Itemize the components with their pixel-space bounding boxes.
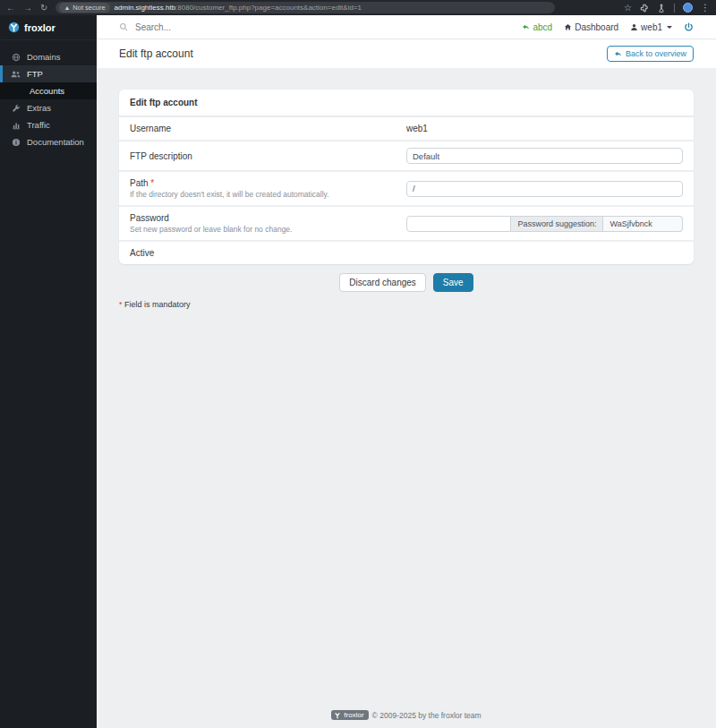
sidebar-item-ftp[interactable]: FTP: [0, 65, 97, 82]
profile-avatar[interactable]: [683, 3, 693, 13]
discard-changes-button[interactable]: Discard changes: [339, 273, 425, 292]
sidebar-item-label: Extras: [27, 103, 51, 113]
users-icon: [11, 70, 21, 79]
froxlor-brand[interactable]: froxlor: [0, 15, 97, 40]
reply-arrow-icon: [522, 23, 530, 31]
content-area: Edit ftp account Username web1 FTP descr…: [97, 68, 716, 728]
bar-chart-icon: [11, 121, 21, 130]
browser-forward-icon[interactable]: →: [23, 4, 32, 13]
required-asterisk: *: [150, 178, 154, 188]
back-button-label: Back to overview: [626, 49, 686, 58]
password-input-group: Password suggestion: WaSjfvbnck: [406, 216, 683, 232]
ftp-description-label: FTP description: [130, 151, 394, 161]
browser-toolbar: ← → ↻ ▲ Not secure admin.sightless.htb:8…: [0, 0, 716, 15]
password-suggestion-label: Password suggestion:: [511, 216, 603, 232]
person-icon: [630, 23, 638, 31]
page-footer: froxlor © 2009-2025 by the froxlor team: [97, 710, 716, 720]
sidebar: froxlor Domains FTP Accounts: [0, 15, 97, 728]
logout-power-icon[interactable]: [684, 22, 694, 32]
chevron-down-icon: [667, 26, 672, 29]
form-row-password: Password Set new password or leave blank…: [119, 207, 694, 242]
topbar: abcd Dashboard web1: [97, 15, 716, 39]
customer-link-label: abcd: [533, 22, 552, 32]
sidebar-item-label: Traffic: [27, 120, 50, 130]
url-text: admin.sightless.htb:8080/customer_ftp.ph…: [115, 4, 362, 12]
reply-arrow-icon: [614, 50, 622, 58]
froxlor-logo-icon: [8, 21, 20, 33]
form-row-active: Active: [119, 242, 694, 264]
address-bar[interactable]: ▲ Not secure admin.sightless.htb:8080/cu…: [55, 2, 555, 13]
card-title: Edit ftp account: [119, 90, 694, 117]
sidebar-item-label: Domains: [27, 52, 61, 62]
form-row-path: Path * If the directory doesn't exist, i…: [119, 172, 694, 207]
topbar-links: abcd Dashboard web1: [522, 22, 694, 32]
sidebar-item-extras[interactable]: Extras: [0, 99, 97, 116]
footer-copyright: © 2009-2025 by the froxlor team: [372, 711, 482, 720]
wrench-icon: [11, 104, 21, 113]
search-input[interactable]: [133, 21, 277, 33]
required-asterisk: *: [119, 300, 123, 309]
browser-actions: ☆ ⋮: [624, 3, 710, 13]
sidebar-item-domains[interactable]: Domains: [0, 48, 97, 65]
page-header: Edit ftp account Back to overview: [97, 39, 716, 68]
mandatory-note-text: Field is mandatory: [124, 300, 191, 309]
dashboard-link-label: Dashboard: [575, 22, 618, 32]
ftp-description-input[interactable]: [406, 148, 683, 164]
not-secure-label: Not secure: [72, 4, 105, 12]
info-icon: [11, 138, 21, 147]
main-area: abcd Dashboard web1 Edit ftp account: [97, 15, 716, 728]
froxlor-logo-icon: [334, 712, 341, 719]
password-hint: Set new password or leave blank for no c…: [130, 225, 394, 234]
sidebar-menu: Domains FTP Accounts Extras: [0, 40, 97, 150]
active-label: Active: [130, 248, 394, 258]
warning-icon: ▲: [64, 4, 70, 11]
not-secure-badge[interactable]: ▲ Not secure: [59, 3, 109, 13]
footer-brand-label: froxlor: [344, 711, 363, 719]
froxlor-footer-badge[interactable]: froxlor: [331, 710, 368, 720]
experiments-flask-icon[interactable]: [657, 4, 666, 13]
path-hint: If the directory doesn't exist, it will …: [130, 190, 394, 199]
customer-switch-link[interactable]: abcd: [522, 22, 552, 32]
dashboard-link[interactable]: Dashboard: [564, 22, 618, 32]
user-menu[interactable]: web1: [630, 22, 672, 32]
username-label: Username: [130, 124, 394, 133]
password-suggestion-value[interactable]: WaSjfvbnck: [603, 216, 683, 232]
toolbar-divider: [674, 4, 675, 13]
username-value: web1: [406, 124, 428, 133]
page-title: Edit ftp account: [119, 47, 193, 60]
password-input[interactable]: [406, 216, 511, 232]
sidebar-item-label: Documentation: [27, 137, 84, 147]
user-menu-label: web1: [641, 22, 662, 32]
path-label: Path *: [130, 178, 394, 188]
sidebar-item-label: Accounts: [30, 86, 64, 96]
browser-reload-icon[interactable]: ↻: [40, 4, 47, 13]
sidebar-item-documentation[interactable]: Documentation: [0, 133, 97, 150]
globe-icon: [11, 53, 21, 62]
sidebar-item-label: FTP: [27, 69, 43, 79]
search-icon: [119, 22, 128, 31]
bookmark-star-icon[interactable]: ☆: [624, 4, 632, 13]
form-row-description: FTP description: [119, 141, 694, 172]
password-label: Password: [130, 213, 394, 223]
browser-menu-icon[interactable]: ⋮: [701, 4, 710, 13]
form-actions: Discard changes Save: [119, 273, 694, 292]
edit-ftp-card: Edit ftp account Username web1 FTP descr…: [119, 90, 694, 264]
sidebar-item-traffic[interactable]: Traffic: [0, 116, 97, 133]
extensions-icon[interactable]: [640, 4, 649, 13]
brand-label: froxlor: [24, 22, 55, 33]
save-button[interactable]: Save: [433, 273, 473, 292]
home-icon: [564, 23, 572, 31]
browser-back-icon[interactable]: ←: [6, 4, 15, 13]
form-row-username: Username web1: [119, 117, 694, 141]
back-to-overview-button[interactable]: Back to overview: [607, 46, 694, 62]
path-input[interactable]: [406, 181, 683, 197]
sidebar-item-accounts[interactable]: Accounts: [0, 82, 97, 99]
mandatory-note: * Field is mandatory: [119, 300, 694, 309]
global-search: [119, 21, 277, 33]
